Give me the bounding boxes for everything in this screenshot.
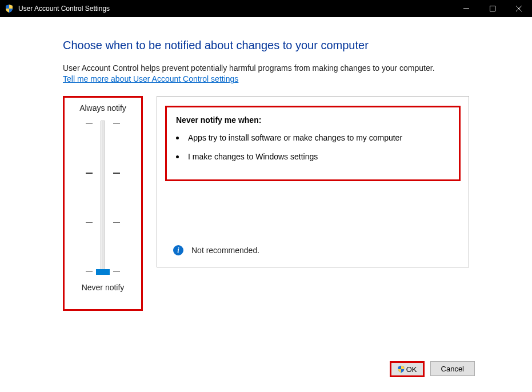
slider-track [101, 121, 105, 275]
notify-item-text: I make changes to Windows settings [188, 151, 318, 162]
close-icon [516, 6, 522, 11]
shield-icon [5, 4, 14, 13]
minimize-icon [463, 6, 469, 11]
notify-item-text: Apps try to install software or make cha… [188, 133, 402, 143]
cancel-label: Cancel [441, 365, 464, 373]
maximize-button[interactable] [479, 0, 506, 17]
notify-title: Never notify me when: [176, 115, 450, 125]
notification-slider-area: Always notify Never notify [63, 96, 143, 311]
minimize-button[interactable] [453, 0, 479, 17]
intro-text: User Account Control helps prevent poten… [63, 63, 469, 73]
info-panel: Never notify me when: Apps try to instal… [157, 96, 469, 267]
notify-item: I make changes to Windows settings [176, 151, 450, 162]
cancel-button[interactable]: Cancel [430, 361, 475, 376]
ok-label: OK [406, 365, 417, 374]
close-button[interactable] [506, 0, 532, 17]
shield-icon [397, 365, 405, 373]
svg-rect-1 [490, 6, 495, 11]
maximize-icon [490, 6, 495, 11]
slider-label-always: Always notify [68, 103, 138, 113]
notification-description: Never notify me when: Apps try to instal… [165, 106, 461, 181]
ok-button[interactable]: OK [390, 361, 425, 377]
recommendation-text: Not recommended. [191, 246, 259, 255]
window-controls [453, 0, 532, 17]
slider-label-never: Never notify [68, 283, 138, 292]
uac-slider[interactable] [86, 121, 120, 275]
info-icon: i [173, 245, 183, 255]
bullet-icon [176, 155, 179, 158]
slider-thumb[interactable] [96, 269, 110, 275]
bullet-icon [176, 137, 179, 139]
recommendation-row: i Not recommended. [165, 245, 461, 259]
page-heading: Choose when to be notified about changes… [63, 39, 469, 52]
notify-item: Apps try to install software or make cha… [176, 133, 450, 143]
help-link[interactable]: Tell me more about User Account Control … [63, 74, 238, 83]
titlebar: User Account Control Settings [0, 0, 532, 17]
window-title: User Account Control Settings [18, 5, 453, 13]
